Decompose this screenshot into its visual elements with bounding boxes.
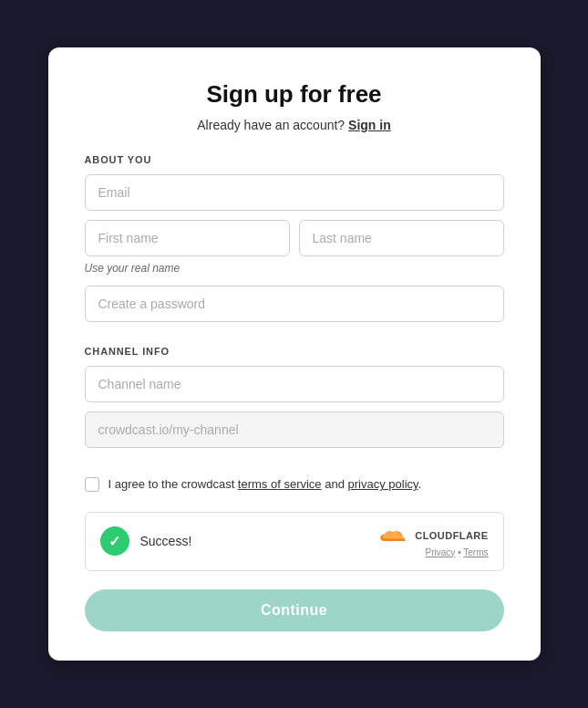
channel-section: CHANNEL INFO xyxy=(85,346,504,457)
password-field[interactable] xyxy=(85,286,504,322)
email-field[interactable] xyxy=(85,174,504,211)
agree-row: I agree to the crowdcast terms of servic… xyxy=(85,475,504,494)
cf-links: Privacy • Terms xyxy=(426,547,489,557)
tos-link[interactable]: terms of service xyxy=(238,477,322,491)
cloudflare-icon xyxy=(378,526,411,546)
name-row xyxy=(85,220,504,256)
subtitle: Already have an account? Sign in xyxy=(85,118,504,132)
captcha-right: CLOUDFLARE Privacy • Terms xyxy=(378,526,488,557)
success-text: Success! xyxy=(140,534,192,548)
lastname-field[interactable] xyxy=(299,220,504,256)
privacy-link[interactable]: privacy policy xyxy=(348,477,418,491)
name-hint: Use your real name xyxy=(85,262,504,275)
channel-label: CHANNEL INFO xyxy=(85,346,504,357)
agree-text-middle: and xyxy=(322,477,348,491)
firstname-field[interactable] xyxy=(85,220,290,256)
cf-label: CLOUDFLARE xyxy=(415,530,488,541)
cf-terms-link[interactable]: Terms xyxy=(463,547,488,557)
agree-text-before: I agree to the crowdcast xyxy=(108,477,238,491)
page-title: Sign up for free xyxy=(85,80,504,109)
cf-privacy-link[interactable]: Privacy xyxy=(426,547,456,557)
channel-url-field[interactable] xyxy=(85,411,504,448)
agree-text: I agree to the crowdcast terms of servic… xyxy=(108,475,422,494)
agree-text-after: . xyxy=(418,477,422,491)
about-label: ABOUT YOU xyxy=(85,154,504,165)
cf-separator: • xyxy=(458,547,461,557)
captcha-left: Success! xyxy=(100,526,192,556)
agree-checkbox[interactable] xyxy=(85,477,99,492)
cloudflare-logo: CLOUDFLARE xyxy=(378,526,488,546)
success-icon xyxy=(100,526,129,556)
about-section: ABOUT YOU Use your real name xyxy=(85,154,504,331)
signup-card: Sign up for free Already have an account… xyxy=(48,47,541,661)
captcha-box: Success! CLOUDFLARE Privacy • Terms xyxy=(85,512,504,571)
continue-button[interactable]: Continue xyxy=(85,589,504,631)
channel-name-field[interactable] xyxy=(85,366,504,402)
signin-link[interactable]: Sign in xyxy=(348,118,391,132)
subtitle-text: Already have an account? xyxy=(197,118,345,132)
